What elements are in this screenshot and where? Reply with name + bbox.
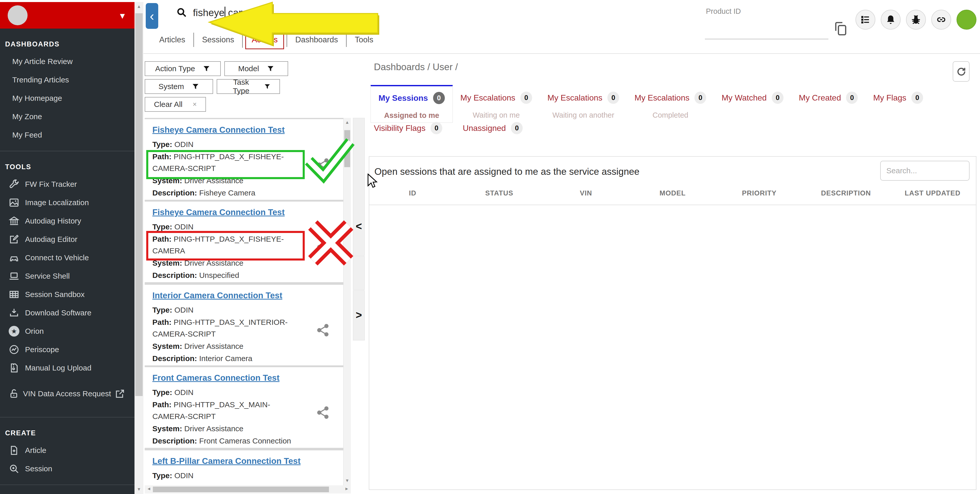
- funnel-icon: [264, 83, 271, 91]
- tab-unassigned[interactable]: Unassigned0: [463, 122, 523, 134]
- sidebar-item-image-localization[interactable]: Image Localization: [0, 194, 135, 212]
- sidebar-item-my-homepage[interactable]: My Homepage: [0, 89, 135, 107]
- scroll-up-icon[interactable]: ▲: [344, 120, 351, 125]
- result-title-link[interactable]: Front Cameras Connection Test: [152, 373, 280, 383]
- scroll-up-icon[interactable]: ▲: [135, 4, 143, 9]
- search-scope-tabs: Articles Sessions Actions Dashboards Too…: [151, 33, 382, 48]
- results-scrollbar-thumb[interactable]: [344, 130, 350, 167]
- funnel-icon: [192, 83, 199, 91]
- table-search-input[interactable]: [880, 161, 969, 181]
- avatar: [8, 5, 27, 25]
- global-search-input[interactable]: fisheye camera: [176, 6, 261, 18]
- sidebar-item-create-session[interactable]: Session: [0, 459, 135, 478]
- product-id-field[interactable]: [705, 25, 829, 39]
- sidebar-item-my-article-review[interactable]: My Article Review: [0, 52, 135, 71]
- result-item: Front Cameras Connection Test Type: ODIN…: [145, 367, 343, 448]
- scroll-down-icon[interactable]: ▼: [344, 478, 351, 483]
- result-item: Fisheye Camera Connection Test Type: ODI…: [145, 119, 343, 200]
- panel-expand-button[interactable]: >: [353, 291, 365, 340]
- refresh-button[interactable]: [953, 61, 969, 82]
- column-header-description: DESCRIPTION: [803, 189, 889, 197]
- sidebar-item-download-software[interactable]: Download Software: [0, 303, 135, 322]
- breadcrumb[interactable]: Dashboards / User /: [374, 62, 458, 73]
- share-icon[interactable]: [316, 323, 330, 337]
- result-title-link[interactable]: Fisheye Camera Connection Test: [152, 207, 285, 217]
- result-title-link[interactable]: Left B-Pillar Camera Connection Test: [152, 456, 301, 466]
- scroll-down-icon[interactable]: ▼: [135, 487, 143, 492]
- table-header-row: ID STATUS VIN MODEL PRIORITY DESCRIPTION…: [369, 189, 976, 197]
- bell-icon[interactable]: [881, 10, 900, 30]
- tab-dashboards[interactable]: Dashboards: [286, 33, 346, 47]
- sidebar-item-autodiag-history[interactable]: Autodiag History: [0, 212, 135, 230]
- page-scrollbar-thumb[interactable]: [135, 13, 143, 396]
- tab-visibility-flags[interactable]: Visibility Flags0: [374, 122, 442, 134]
- sidebar-item-my-feed[interactable]: My Feed: [0, 126, 135, 144]
- result-title-link[interactable]: Interior Camera Connection Test: [152, 291, 282, 300]
- tab-my-escalations-waiting-on-another[interactable]: My Escalations0 Waiting on another: [540, 85, 627, 122]
- result-item: Interior Camera Connection Test Type: OD…: [145, 285, 343, 365]
- filter-action-type[interactable]: Action Type: [145, 61, 221, 76]
- sidebar-section-tools: TOOLS FW Fix Tracker Image Localization …: [0, 151, 135, 410]
- sidebar-item-vin-data-access-request[interactable]: VIN Data Access Request: [0, 377, 135, 410]
- sidebar-section-dashboards: DASHBOARDS My Article Review Trending Ar…: [0, 29, 135, 144]
- section-title: DASHBOARDS: [0, 29, 135, 52]
- count-badge: 0: [912, 92, 923, 104]
- sidebar-item-my-zone[interactable]: My Zone: [0, 107, 135, 126]
- tab-my-flags[interactable]: My Flags0: [865, 85, 931, 122]
- page-scrollbar[interactable]: ▲ ▼: [135, 2, 143, 494]
- chevron-left-icon: <: [353, 220, 364, 232]
- clear-all-filters-button[interactable]: Clear All ×: [145, 97, 206, 112]
- tab-my-escalations-waiting-on-me[interactable]: My Escalations0 Waiting on me: [453, 85, 540, 122]
- sidebar-item-service-shell[interactable]: Service Shell: [0, 267, 135, 285]
- tab-my-watched[interactable]: My Watched0: [714, 85, 791, 122]
- results-hscrollbar-thumb[interactable]: [153, 487, 329, 492]
- sidebar-item-orion[interactable]: ★ Orion: [0, 322, 135, 340]
- results-horizontal-scrollbar[interactable]: ◄ ►: [145, 485, 351, 494]
- sidebar-item-session-sandbox[interactable]: Session Sandbox: [0, 285, 135, 303]
- wrench-icon: [9, 179, 19, 190]
- sidebar-item-periscope[interactable]: Periscope: [0, 340, 135, 359]
- count-badge: 0: [772, 92, 783, 104]
- copy-icon[interactable]: [832, 20, 848, 38]
- tab-sessions[interactable]: Sessions: [193, 33, 242, 47]
- filter-model[interactable]: Model: [224, 61, 288, 76]
- filter-task-type[interactable]: Task Type: [217, 79, 280, 94]
- result-title-link[interactable]: Fisheye Camera Connection Test: [152, 125, 285, 135]
- sidebar-item-autodiag-editor[interactable]: Autodiag Editor: [0, 230, 135, 249]
- list-icon[interactable]: [856, 10, 875, 30]
- share-icon[interactable]: [316, 157, 330, 172]
- sidebar-item-manual-log-upload[interactable]: Manual Log Upload: [0, 359, 135, 377]
- panel-collapse-button[interactable]: <: [353, 118, 365, 256]
- bug-icon[interactable]: [906, 10, 926, 30]
- search-plus-icon: [9, 463, 19, 474]
- tab-my-created[interactable]: My Created0: [791, 85, 865, 122]
- search-icon: [176, 7, 187, 18]
- scroll-right-icon[interactable]: ►: [345, 486, 349, 491]
- count-badge: 0: [511, 122, 523, 134]
- periscope-icon: [9, 344, 19, 355]
- tab-my-escalations-completed[interactable]: My Escalations0 Completed: [627, 85, 714, 122]
- share-icon[interactable]: [316, 240, 330, 254]
- tab-tools[interactable]: Tools: [346, 33, 381, 47]
- sidebar-item-trending-articles[interactable]: Trending Articles: [0, 71, 135, 89]
- back-button[interactable]: ‹: [146, 3, 158, 29]
- link-icon[interactable]: [931, 10, 951, 30]
- chevron-down-icon[interactable]: ▾: [120, 11, 125, 21]
- scroll-left-icon[interactable]: ◄: [147, 486, 151, 491]
- tab-articles[interactable]: Articles: [151, 33, 193, 47]
- sidebar-item-create-article[interactable]: Article: [0, 441, 135, 459]
- filter-system[interactable]: System: [145, 79, 213, 94]
- sidebar-item-connect-to-vehicle[interactable]: Connect to Vehicle: [0, 249, 135, 267]
- tab-actions[interactable]: Actions: [242, 33, 286, 48]
- sidebar-account-header[interactable]: ▾: [0, 2, 135, 29]
- refresh-icon: [956, 65, 966, 77]
- laptop-icon: [9, 271, 19, 281]
- tab-my-sessions-assigned[interactable]: My Sessions0 Assigned to me: [371, 85, 453, 123]
- results-vertical-scrollbar[interactable]: ▲ ▼: [343, 118, 351, 485]
- share-icon[interactable]: [316, 405, 330, 420]
- user-status-avatar[interactable]: [956, 10, 977, 30]
- panel-title: Open sessions that are assigned to me as…: [374, 166, 640, 177]
- sidebar-item-fw-fix-tracker[interactable]: FW Fix Tracker: [0, 175, 135, 194]
- filter-bar: Action Type Model System Task Type Clear…: [145, 61, 346, 115]
- sidebar: ▾ DASHBOARDS My Article Review Trending …: [0, 2, 135, 494]
